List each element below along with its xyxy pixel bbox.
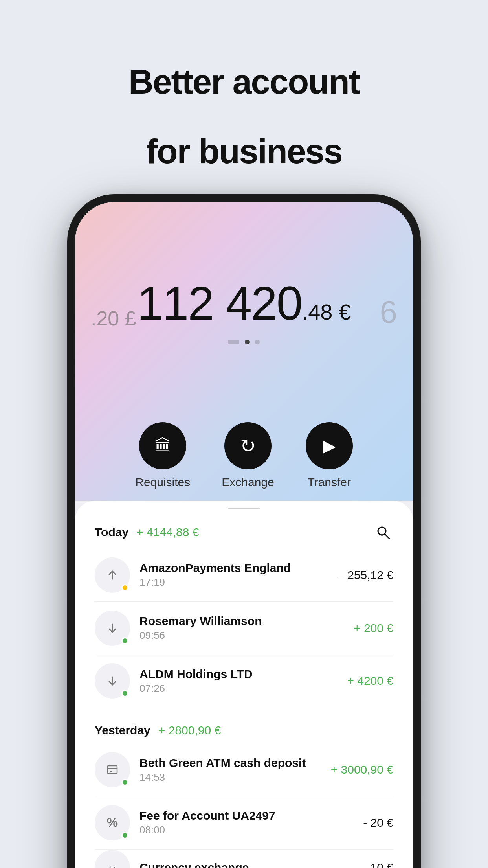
arrow-up-icon bbox=[105, 568, 119, 582]
transaction-item-beth[interactable]: Beth Green ATM cash deposit 14:53 + 3000… bbox=[75, 743, 413, 796]
requisites-label: Requisites bbox=[135, 476, 190, 489]
requisites-button-wrap[interactable]: 🏛 Requisites bbox=[135, 422, 190, 489]
tx-dot-fee bbox=[121, 832, 128, 839]
tx-info-aldm: ALDM Holdings LTD 07:26 bbox=[139, 668, 338, 695]
tx-name-rosemary: Rosemary Williamson bbox=[139, 614, 344, 628]
yesterday-label: Yesterday bbox=[95, 724, 150, 737]
title-line1: Better account bbox=[128, 63, 360, 101]
atm-icon bbox=[105, 762, 120, 778]
tx-name-aldm: ALDM Holdings LTD bbox=[139, 668, 338, 681]
tx-name-beth: Beth Green ATM cash deposit bbox=[139, 756, 321, 770]
tx-icon-wrap-rosemary bbox=[95, 611, 130, 646]
tx-name-amazon: AmazonPayments England bbox=[139, 561, 328, 575]
tx-dot-amazon bbox=[121, 584, 128, 591]
balance-area: .20 £ 112 420 .48 € 6 bbox=[75, 202, 413, 403]
today-amount: + 4144,88 € bbox=[136, 526, 199, 539]
tx-amount-aldm: + 4200 € bbox=[347, 674, 393, 688]
tx-name-fee: Fee for Account UA2497 bbox=[139, 809, 354, 822]
tx-amount-fee: - 20 € bbox=[363, 816, 393, 829]
tx-info-fee: Fee for Account UA2497 08:00 bbox=[139, 809, 354, 836]
transaction-item-fee[interactable]: % Fee for Account UA2497 08:00 - 20 € bbox=[75, 796, 413, 849]
tx-dot-aldm bbox=[121, 690, 128, 697]
page-title: Better account for business bbox=[128, 31, 360, 171]
arrow-down-icon-aldm bbox=[105, 674, 119, 688]
today-label: Today bbox=[95, 526, 128, 539]
exchange-icon: ↻ bbox=[240, 435, 256, 457]
requisites-icon: 🏛 bbox=[154, 436, 171, 455]
svg-rect-5 bbox=[108, 766, 117, 774]
phone-mockup: .20 £ 112 420 .48 € 6 🏛 bbox=[67, 194, 421, 868]
header-section: .20 £ 112 420 .48 € 6 🏛 bbox=[75, 202, 413, 501]
percent-icon: % bbox=[107, 815, 118, 830]
tx-icon-currency: ↔ bbox=[95, 850, 130, 868]
tx-amount-currency: 10 € bbox=[371, 861, 393, 868]
tx-time-aldm: 07:26 bbox=[139, 682, 338, 695]
action-buttons-row: 🏛 Requisites ↻ Exchange ▶ bbox=[135, 422, 353, 489]
balance-row: .20 £ 112 420 .48 € 6 bbox=[75, 276, 413, 330]
tx-info-amazon: AmazonPayments England 17:19 bbox=[139, 561, 328, 588]
balance-page-number: 6 bbox=[380, 294, 398, 330]
yesterday-section-header: Yesterday + 2800,90 € bbox=[75, 711, 413, 743]
today-section-header: Today + 4144,88 € bbox=[75, 509, 413, 549]
transaction-item-rosemary[interactable]: Rosemary Williamson 09:56 + 200 € bbox=[75, 602, 413, 655]
tx-time-rosemary: 09:56 bbox=[139, 629, 344, 642]
tx-icon-wrap-aldm bbox=[95, 663, 130, 699]
transactions-panel: Today + 4144,88 € bbox=[75, 501, 413, 868]
tx-dot-beth bbox=[121, 779, 128, 786]
transfer-button-wrap[interactable]: ▶ Transfer bbox=[306, 422, 353, 489]
svg-rect-7 bbox=[110, 771, 112, 772]
dot-inactive bbox=[228, 340, 239, 344]
search-button[interactable] bbox=[373, 522, 393, 542]
tx-info-currency: Currency exchange bbox=[139, 861, 361, 868]
svg-line-1 bbox=[385, 534, 389, 539]
currency-exchange-icon: ↔ bbox=[106, 861, 118, 868]
title-line2: for business bbox=[128, 132, 360, 171]
balance-decimal: .48 € bbox=[302, 299, 351, 325]
yesterday-amount: + 2800,90 € bbox=[158, 724, 221, 737]
transaction-item-currency[interactable]: ↔ Currency exchange 10 € bbox=[75, 849, 413, 868]
transaction-item-aldm[interactable]: ALDM Holdings LTD 07:26 + 4200 € bbox=[75, 655, 413, 707]
transaction-item-amazon[interactable]: AmazonPayments England 17:19 – 255,12 € bbox=[75, 549, 413, 601]
tx-icon-wrap-beth bbox=[95, 752, 130, 787]
tx-name-currency: Currency exchange bbox=[139, 861, 361, 868]
exchange-label: Exchange bbox=[222, 476, 274, 489]
tx-time-fee: 08:00 bbox=[139, 824, 354, 836]
tx-icon-wrap-amazon bbox=[95, 557, 130, 593]
carousel-dots bbox=[228, 340, 260, 344]
dot-inactive-2 bbox=[255, 340, 260, 344]
requisites-button[interactable]: 🏛 bbox=[139, 422, 186, 469]
phone-frame: .20 £ 112 420 .48 € 6 🏛 bbox=[67, 194, 421, 868]
arrow-down-icon-rosemary bbox=[105, 621, 119, 635]
tx-time-beth: 14:53 bbox=[139, 771, 321, 783]
search-icon bbox=[375, 524, 391, 540]
tx-amount-amazon: – 255,12 € bbox=[338, 568, 393, 582]
balance-main-amount: 112 420 bbox=[137, 276, 302, 330]
phone-screen: .20 £ 112 420 .48 € 6 🏛 bbox=[75, 202, 413, 868]
exchange-button-wrap[interactable]: ↻ Exchange bbox=[222, 422, 274, 489]
balance-side-currency: .20 £ bbox=[91, 307, 136, 330]
tx-amount-rosemary: + 200 € bbox=[354, 622, 393, 635]
tx-info-rosemary: Rosemary Williamson 09:56 bbox=[139, 614, 344, 642]
tx-info-beth: Beth Green ATM cash deposit 14:53 bbox=[139, 756, 321, 783]
dot-active bbox=[245, 340, 250, 344]
transfer-label: Transfer bbox=[307, 476, 351, 489]
tx-icon-wrap-fee: % bbox=[95, 805, 130, 840]
tx-dot-rosemary bbox=[121, 637, 128, 644]
transfer-button[interactable]: ▶ bbox=[306, 422, 353, 469]
tx-time-amazon: 17:19 bbox=[139, 576, 328, 588]
exchange-button[interactable]: ↻ bbox=[224, 422, 272, 469]
tx-amount-beth: + 3000,90 € bbox=[331, 763, 393, 776]
transfer-icon: ▶ bbox=[323, 436, 336, 456]
tx-icon-wrap-currency: ↔ bbox=[95, 850, 130, 868]
